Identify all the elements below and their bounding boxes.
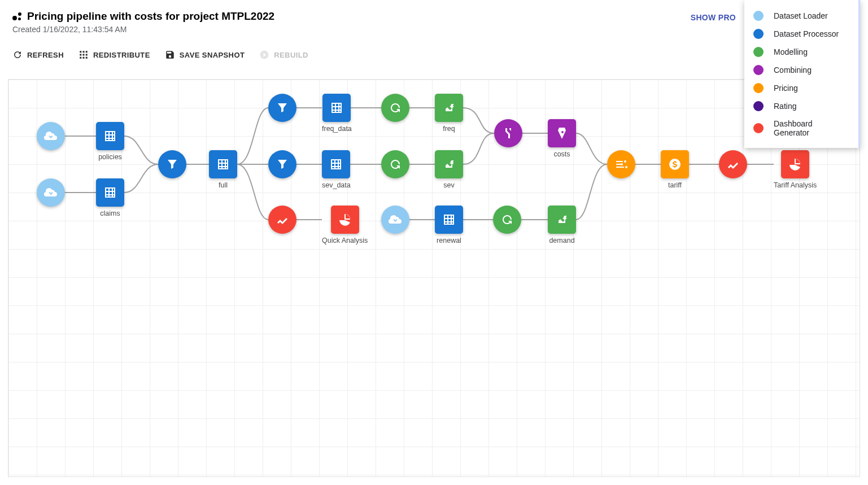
node-claims[interactable]: claims — [96, 178, 124, 217]
legend-item: Dataset Processor — [753, 25, 849, 43]
legend-dot — [753, 65, 764, 75]
node-label: sev — [443, 181, 454, 189]
edges-layer — [8, 80, 860, 477]
pipeline-canvas[interactable]: policies claims full freq_data freq sev_… — [8, 79, 860, 477]
pipeline-icon — [12, 11, 23, 21]
table-icon — [322, 94, 351, 122]
pie-icon — [331, 206, 359, 234]
redistribute-button[interactable]: REDISTRIBUTE — [78, 50, 150, 60]
node-combine[interactable] — [494, 119, 522, 147]
legend-dot — [753, 101, 764, 111]
cloud-download-icon — [381, 206, 409, 234]
node-costs[interactable]: costs — [548, 119, 576, 158]
play-circle-icon — [259, 50, 269, 60]
cloud-download-icon — [37, 122, 65, 150]
show-processors-link[interactable]: SHOW PRO — [691, 13, 736, 22]
node-sev[interactable]: sev — [435, 150, 463, 189]
node-filter-freq[interactable] — [268, 94, 296, 122]
table-icon — [209, 150, 237, 178]
node-pricing-sliders[interactable] — [607, 150, 635, 178]
save-icon — [165, 50, 175, 60]
rebuild-button: REBUILD — [259, 50, 308, 60]
node-quick-chart[interactable] — [268, 206, 296, 234]
autorun-icon — [381, 94, 409, 122]
node-label: renewal — [437, 237, 461, 244]
pie-icon — [781, 150, 809, 178]
created-timestamp: Created 1/16/2022, 11:43:54 AM — [12, 25, 856, 34]
dollar-icon — [661, 150, 689, 178]
node-quick-analysis[interactable]: Quick Analysis — [322, 206, 368, 244]
node-rating-chart[interactable] — [719, 150, 747, 178]
merge-icon — [494, 119, 522, 147]
grid-icon — [78, 50, 89, 60]
node-autorun-demand[interactable] — [493, 206, 521, 234]
node-label: tariff — [668, 181, 682, 189]
page-title: Pricing pipeline with costs for project … — [27, 10, 274, 23]
node-tariff[interactable]: tariff — [661, 150, 689, 189]
node-label: freq_data — [322, 125, 352, 133]
autorun-icon — [381, 150, 409, 178]
node-label: costs — [553, 150, 570, 158]
node-sev-data[interactable]: sev_data — [322, 150, 351, 189]
model-icon — [435, 94, 463, 122]
node-policies[interactable]: policies — [96, 122, 124, 161]
legend-item: Rating — [753, 97, 849, 115]
legend-item: Pricing — [753, 79, 849, 97]
save-snapshot-button[interactable]: SAVE SNAPSHOT — [165, 50, 245, 60]
chart-icon — [268, 206, 296, 234]
model-icon — [548, 206, 576, 234]
legend-item: Modelling — [753, 43, 849, 61]
node-autorun-freq[interactable] — [381, 94, 409, 122]
filter-icon — [268, 150, 296, 178]
node-loader-renewal[interactable] — [381, 206, 409, 234]
node-label: demand — [549, 237, 574, 244]
node-freq-data[interactable]: freq_data — [322, 94, 352, 133]
node-label: Tariff Analysis — [774, 181, 817, 189]
node-loader-policies[interactable] — [37, 122, 65, 150]
legend-dot — [753, 29, 764, 39]
node-freq[interactable]: freq — [435, 94, 463, 133]
table-icon — [96, 178, 124, 207]
legend-dot — [753, 47, 764, 57]
node-autorun-sev[interactable] — [381, 150, 409, 178]
table-icon — [435, 206, 463, 234]
node-filter-full[interactable] — [158, 150, 186, 178]
table-icon — [322, 150, 350, 178]
filter-icon — [158, 150, 186, 178]
table-icon — [96, 122, 124, 150]
filter-icon — [268, 94, 296, 122]
node-full[interactable]: full — [209, 150, 237, 189]
node-tariff-analysis[interactable]: Tariff Analysis — [774, 150, 817, 189]
legend-dot — [753, 11, 764, 21]
legend-item: Dashboard Generator — [753, 115, 849, 141]
node-renewal[interactable]: renewal — [435, 206, 463, 244]
model-icon — [435, 150, 463, 178]
node-label: full — [219, 181, 228, 189]
legend-item: Dataset Loader — [753, 7, 849, 25]
node-label: sev_data — [322, 181, 351, 189]
chart-icon — [719, 150, 747, 178]
legend-item: Combining — [753, 61, 849, 79]
node-label: Quick Analysis — [322, 237, 368, 244]
node-loader-claims[interactable] — [37, 178, 65, 207]
node-filter-sev[interactable] — [268, 150, 296, 178]
sliders-icon — [607, 150, 635, 178]
legend-dot — [753, 123, 764, 133]
refresh-icon — [12, 50, 23, 60]
node-demand[interactable]: demand — [548, 206, 576, 244]
legend-panel: Dataset Loader Dataset Processor Modelli… — [744, 0, 860, 148]
legend-dot — [753, 83, 764, 93]
node-label: freq — [443, 125, 455, 133]
refresh-button[interactable]: REFRESH — [12, 50, 64, 60]
node-label: policies — [98, 153, 122, 161]
node-label: claims — [100, 209, 120, 217]
cloud-download-icon — [37, 178, 65, 207]
costs-icon — [548, 119, 576, 147]
autorun-icon — [493, 206, 521, 234]
